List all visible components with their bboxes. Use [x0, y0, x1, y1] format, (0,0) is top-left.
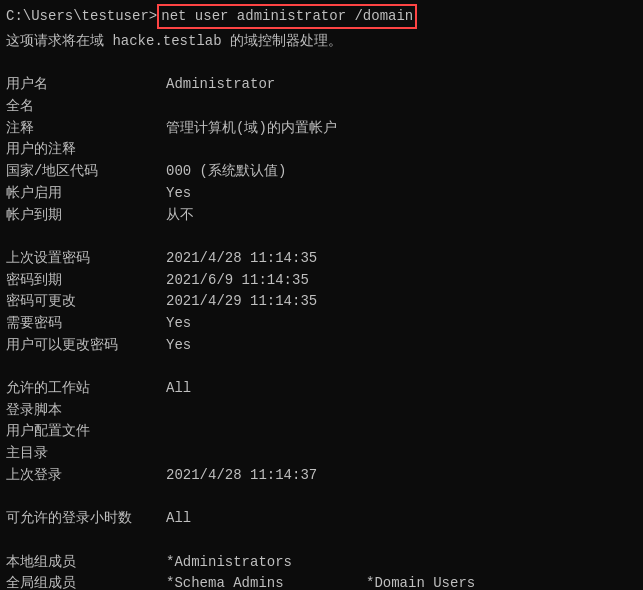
spacer-4: [6, 486, 637, 508]
label-account-expires: 帐户到期: [6, 205, 166, 227]
prompt-path: C:\Users\testuser>: [6, 6, 157, 27]
label-country-code: 国家/地区代码: [6, 161, 166, 183]
info-logon-script: 登录脚本: [6, 400, 637, 422]
info-country-code: 国家/地区代码 000 (系统默认值): [6, 161, 637, 183]
label-username: 用户名: [6, 74, 166, 96]
value-country-code: 000 (系统默认值): [166, 161, 286, 183]
label-last-logon: 上次登录: [6, 465, 166, 487]
info-home-dir: 主目录: [6, 443, 637, 465]
value-comment: 管理计算机(域)的内置帐户: [166, 118, 337, 140]
spacer-1: [6, 53, 637, 75]
info-password-last-set: 上次设置密码 2021/4/28 11:14:35: [6, 248, 637, 270]
spacer-5: [6, 530, 637, 552]
output-domain-notice: 这项请求将在域 hacke.testlab 的域控制器处理。: [6, 31, 637, 53]
info-password-changeable: 密码可更改 2021/4/29 11:14:35: [6, 291, 637, 313]
value-account-active: Yes: [166, 183, 191, 205]
spacer-2: [6, 226, 637, 248]
value-user-can-change-password: Yes: [166, 335, 191, 357]
value-account-expires: 从不: [166, 205, 194, 227]
info-username: 用户名 Administrator: [6, 74, 637, 96]
value-last-logon: 2021/4/28 11:14:37: [166, 465, 317, 487]
value-password-changeable: 2021/4/29 11:14:35: [166, 291, 317, 313]
info-user-comment: 用户的注释: [6, 139, 637, 161]
value-username: Administrator: [166, 74, 275, 96]
label-password-required: 需要密码: [6, 313, 166, 335]
label-fullname: 全名: [6, 96, 166, 118]
value-password-expires: 2021/6/9 11:14:35: [166, 270, 309, 292]
label-logon-script: 登录脚本: [6, 400, 166, 422]
global-group-schema-admins: *Schema Admins: [166, 573, 366, 590]
label-comment: 注释: [6, 118, 166, 140]
label-workstations: 允许的工作站: [6, 378, 166, 400]
label-global-groups: 全局组成员: [6, 573, 166, 590]
spacer-3: [6, 356, 637, 378]
info-account-expires: 帐户到期 从不: [6, 205, 637, 227]
info-password-expires: 密码到期 2021/6/9 11:14:35: [6, 270, 637, 292]
label-account-active: 帐户启用: [6, 183, 166, 205]
value-local-groups: *Administrators: [166, 552, 292, 574]
value-password-last-set: 2021/4/28 11:14:35: [166, 248, 317, 270]
label-password-changeable: 密码可更改: [6, 291, 166, 313]
info-global-groups: 全局组成员 *Schema Admins*Domain Users *Domai…: [6, 573, 637, 590]
info-comment: 注释 管理计算机(域)的内置帐户: [6, 118, 637, 140]
label-password-expires: 密码到期: [6, 270, 166, 292]
terminal-window: C:\Users\testuser>net user administrator…: [0, 0, 643, 590]
label-home-dir: 主目录: [6, 443, 166, 465]
label-password-last-set: 上次设置密码: [6, 248, 166, 270]
label-local-groups: 本地组成员: [6, 552, 166, 574]
label-user-profile: 用户配置文件: [6, 421, 166, 443]
value-global-groups: *Schema Admins*Domain Users *Domain Admi…: [166, 573, 637, 590]
info-password-required: 需要密码 Yes: [6, 313, 637, 335]
command-text: net user administrator /domain: [157, 4, 417, 29]
info-last-logon: 上次登录 2021/4/28 11:14:37: [6, 465, 637, 487]
info-logon-hours: 可允许的登录小时数 All: [6, 508, 637, 530]
prompt-line: C:\Users\testuser>net user administrator…: [6, 4, 637, 29]
info-account-active: 帐户启用 Yes: [6, 183, 637, 205]
info-workstations: 允许的工作站 All: [6, 378, 637, 400]
global-group-domain-users: *Domain Users: [366, 573, 566, 590]
label-user-can-change-password: 用户可以更改密码: [6, 335, 166, 357]
label-user-comment: 用户的注释: [6, 139, 166, 161]
info-user-profile: 用户配置文件: [6, 421, 637, 443]
value-password-required: Yes: [166, 313, 191, 335]
value-workstations: All: [166, 378, 191, 400]
info-local-groups: 本地组成员 *Administrators: [6, 552, 637, 574]
label-logon-hours: 可允许的登录小时数: [6, 508, 166, 530]
info-user-can-change-password: 用户可以更改密码 Yes: [6, 335, 637, 357]
info-fullname: 全名: [6, 96, 637, 118]
value-logon-hours: All: [166, 508, 191, 530]
